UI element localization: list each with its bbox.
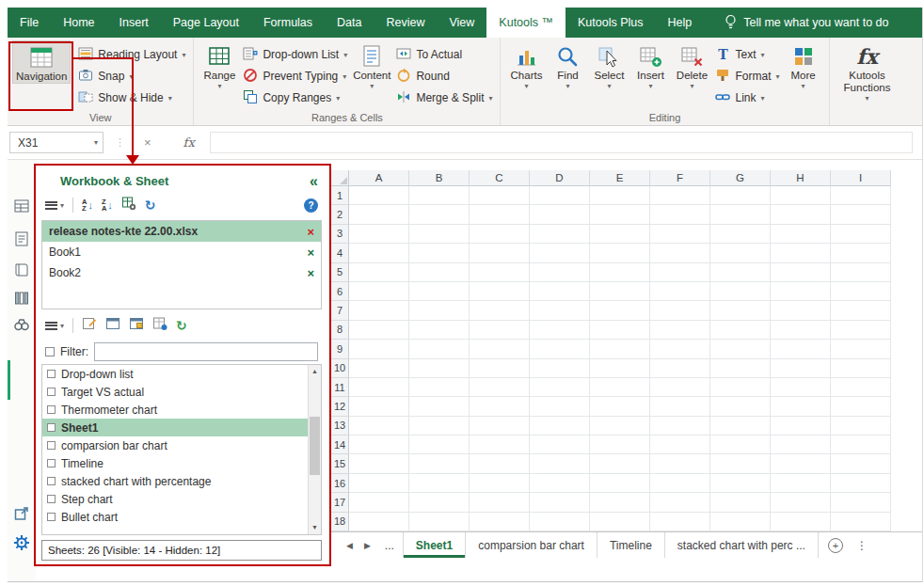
row-header[interactable]: 1 <box>331 186 349 205</box>
grid-cell[interactable] <box>470 436 530 454</box>
column-header[interactable]: F <box>650 170 710 186</box>
grid-cell[interactable] <box>650 378 710 397</box>
grid-cell[interactable] <box>771 454 831 473</box>
delete-button[interactable]: Delete ▾ <box>671 40 712 90</box>
format-button[interactable]: Format ▾ <box>712 67 782 86</box>
grid-cell[interactable] <box>831 321 891 340</box>
grid-cell[interactable] <box>710 282 771 301</box>
select-all-corner[interactable] <box>331 170 349 186</box>
scroll-down-icon[interactable]: ▼ <box>309 521 321 534</box>
sheet-checkbox[interactable] <box>47 441 56 450</box>
sheet-tab[interactable]: Timeline <box>597 532 665 558</box>
grid-cell[interactable] <box>530 205 590 224</box>
row-header[interactable]: 14 <box>331 436 349 454</box>
insert-button[interactable]: Insert ▾ <box>629 40 671 90</box>
grid-cell[interactable] <box>590 282 650 301</box>
sheet-list-item[interactable]: Target VS actual <box>42 383 308 401</box>
grid-cell[interactable] <box>590 436 650 454</box>
help-icon[interactable]: ? <box>304 198 318 213</box>
sheet-list-item[interactable]: Drop-down list <box>42 365 308 383</box>
grid-cell[interactable] <box>530 340 590 358</box>
grid-cell[interactable] <box>650 474 710 493</box>
collapse-pane-icon[interactable]: « <box>310 174 318 189</box>
grid-cell[interactable] <box>470 225 530 244</box>
grid-cell[interactable] <box>771 397 831 416</box>
grid-cell[interactable] <box>710 417 771 436</box>
grid-cell[interactable] <box>831 340 891 358</box>
grid-cell[interactable] <box>831 378 891 397</box>
grid-cell[interactable] <box>831 417 891 436</box>
grid-cell[interactable] <box>771 340 831 358</box>
tab-overflow-indicator[interactable]: ... <box>376 532 404 558</box>
ribbon-tab[interactable]: Page Layout <box>161 8 251 38</box>
merge-split-button[interactable]: Merge & Split ▾ <box>393 88 495 107</box>
grid-cell[interactable] <box>409 378 470 397</box>
row-header[interactable]: 18 <box>331 513 349 531</box>
refresh-workbooks-icon[interactable]: ↻ <box>145 198 156 212</box>
grid-cell[interactable] <box>470 359 530 378</box>
column-header[interactable]: H <box>771 170 831 186</box>
grid-cell[interactable] <box>650 321 710 340</box>
grid-cell[interactable] <box>470 301 530 320</box>
grid-cell[interactable] <box>831 225 891 244</box>
grid-cell[interactable] <box>771 436 831 454</box>
grid-cell[interactable] <box>650 263 710 282</box>
grid-cell[interactable] <box>771 417 831 436</box>
grid-cell[interactable] <box>409 454 470 473</box>
grid-cell[interactable] <box>771 225 831 244</box>
grid-cell[interactable] <box>470 397 530 416</box>
grid-cell[interactable] <box>831 454 891 473</box>
grid-cell[interactable] <box>349 493 409 512</box>
sync-sheets-icon[interactable]: ↻ <box>176 319 187 332</box>
grid-cell[interactable] <box>710 474 771 493</box>
sheet-list-item[interactable]: Sheet1 <box>42 419 308 436</box>
ribbon-tab[interactable]: Data <box>325 8 374 38</box>
expand-pane-icon[interactable] <box>13 505 30 522</box>
range-button[interactable]: Range ▾ <box>199 40 240 90</box>
grid-cell[interactable] <box>831 474 891 493</box>
sheet-list-item[interactable]: stacked chart with percentage <box>42 472 308 490</box>
autotext-pane-icon[interactable] <box>13 230 30 247</box>
column-header[interactable]: D <box>530 170 590 186</box>
grid-cell[interactable] <box>590 225 650 244</box>
tell-me-box[interactable]: Tell me what you want to do <box>725 8 888 38</box>
grid-cell[interactable] <box>530 186 590 205</box>
workbook-sheet-pane-icon[interactable] <box>13 198 30 214</box>
kutools-functions-button[interactable]: fx Kutools Functions ▾ <box>835 40 900 103</box>
grid-cell[interactable] <box>409 397 470 416</box>
row-header[interactable]: 10 <box>331 359 349 378</box>
sort-descending-button[interactable]: ZA↓ <box>102 198 113 212</box>
sheet-checkbox[interactable] <box>47 459 56 467</box>
grid-cell[interactable] <box>470 454 530 473</box>
prev-sheet-icon[interactable]: ◀ <box>341 532 358 558</box>
grid-cell[interactable] <box>771 301 831 320</box>
grid-cell[interactable] <box>590 205 650 224</box>
prevent-typing-button[interactable]: Prevent Typing ▾ <box>240 67 350 86</box>
grid-cell[interactable] <box>470 321 530 340</box>
grid-cell[interactable] <box>650 397 710 416</box>
grid-cell[interactable] <box>349 301 409 320</box>
grid-cell[interactable] <box>710 321 771 340</box>
grid-cell[interactable] <box>831 493 891 512</box>
grid-cell[interactable] <box>710 454 771 473</box>
grid-cell[interactable] <box>530 436 590 454</box>
grid-cell[interactable] <box>710 378 771 397</box>
row-header[interactable]: 17 <box>331 493 349 512</box>
grid-cell[interactable] <box>710 493 771 512</box>
grid-cell[interactable] <box>710 340 771 358</box>
grid-cell[interactable] <box>650 340 710 358</box>
popup-window-icon[interactable] <box>105 316 120 335</box>
grid-cell[interactable] <box>590 417 650 436</box>
grid-cell[interactable] <box>349 225 409 244</box>
grid-cell[interactable] <box>409 340 470 358</box>
close-workbook-icon[interactable]: × <box>307 266 314 280</box>
workbook-list-item[interactable]: Book2× <box>42 262 321 283</box>
grid-cell[interactable] <box>409 474 470 493</box>
grid-cell[interactable] <box>470 340 530 358</box>
sheet-settings-icon[interactable] <box>152 316 167 335</box>
ribbon-tab[interactable]: View <box>437 8 486 38</box>
grid-cell[interactable] <box>831 263 891 282</box>
grid-cell[interactable] <box>349 513 409 531</box>
sheet-list-item[interactable]: Step chart <box>42 490 308 508</box>
grid-cell[interactable] <box>590 454 650 473</box>
